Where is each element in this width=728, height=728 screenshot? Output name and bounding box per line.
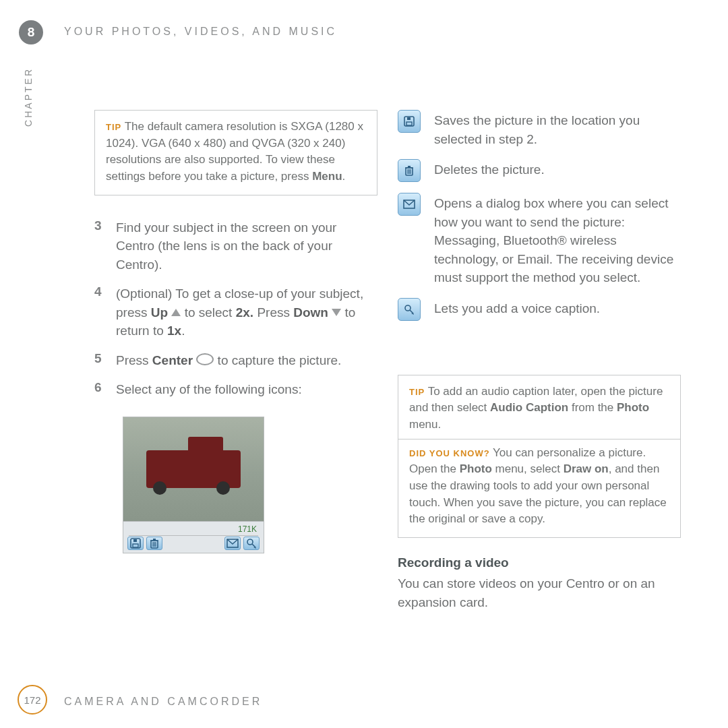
icon-desc: Opens a dialog box where you can select …	[434, 194, 681, 287]
preview-toolbar: 171K	[123, 521, 264, 553]
svg-rect-13	[406, 122, 412, 125]
svg-rect-8	[153, 539, 156, 540]
tip-box-1: TIP The default camera resolution is SXG…	[94, 110, 377, 195]
mic-icon	[243, 537, 260, 550]
preview-photo	[123, 417, 264, 521]
chapter-number-badge: 8	[19, 20, 43, 44]
page-number-badge: 172	[18, 685, 47, 715]
section-paragraph: You can store videos on your Centro or o…	[398, 574, 681, 611]
step-3: 3 Find your subject in the screen on you…	[94, 218, 377, 274]
tip-label: TIP	[409, 387, 425, 397]
icon-row-save: Saves the picture in the location you se…	[398, 110, 681, 148]
trash-icon	[146, 537, 162, 550]
truck-image	[146, 450, 241, 488]
step-5: 5 Press Center to capture the picture.	[94, 351, 377, 370]
center-button-icon	[196, 353, 214, 365]
tip2-content: TIP To add an audio caption later, open …	[409, 384, 669, 433]
step-text: Find your subject in the screen on your …	[116, 218, 377, 274]
divider	[398, 439, 680, 439]
icon-desc: Deletes the picture.	[434, 160, 545, 182]
running-footer: CAMERA AND CAMCORDER	[64, 696, 262, 708]
step-number: 6	[94, 380, 107, 399]
up-arrow-icon	[171, 309, 181, 316]
svg-rect-20	[408, 166, 411, 167]
step-number: 4	[94, 284, 107, 340]
mic-icon	[398, 298, 421, 321]
step-6: 6 Select any of the following icons:	[94, 380, 377, 399]
down-arrow-icon	[332, 309, 341, 316]
svg-rect-2	[133, 539, 137, 542]
left-column: TIP The default camera resolution is SXG…	[94, 110, 377, 553]
camera-preview-screenshot: 171K	[123, 417, 264, 553]
running-header: YOUR PHOTOS, VIDEOS, AND MUSIC	[64, 26, 337, 38]
svg-rect-1	[133, 544, 138, 547]
tip-label: TIP	[106, 122, 121, 132]
did-you-know-content: DID YOU KNOW? You can personalize a pict…	[409, 445, 669, 528]
icon-row-send: Opens a dialog box where you can select …	[398, 193, 681, 287]
icon-row-voice: Lets you add a voice caption.	[398, 298, 681, 321]
file-size-label: 171K	[238, 524, 257, 534]
icon-row-delete: Deletes the picture.	[398, 159, 681, 182]
icon-desc: Lets you add a voice caption.	[434, 299, 600, 321]
step-text: (Optional) To get a close-up of your sub…	[116, 284, 377, 340]
svg-point-22	[405, 305, 411, 311]
trash-icon	[398, 159, 421, 182]
step-text: Press Center to capture the picture.	[116, 351, 377, 370]
envelope-icon	[224, 537, 241, 550]
section-heading: Recording a video	[398, 555, 681, 570]
save-icon	[127, 537, 144, 550]
step-number: 3	[94, 218, 107, 274]
chapter-side-label: CHAPTER	[23, 67, 34, 127]
tip-box-2: TIP To add an audio caption later, open …	[398, 375, 681, 538]
svg-rect-14	[407, 117, 411, 120]
icon-desc: Saves the picture in the location you se…	[434, 111, 681, 148]
envelope-icon	[398, 193, 421, 216]
did-you-know-label: DID YOU KNOW?	[409, 448, 490, 458]
step-number: 5	[94, 351, 107, 370]
save-icon	[398, 110, 421, 133]
manual-page: 8 YOUR PHOTOS, VIDEOS, AND MUSIC CHAPTER…	[0, 0, 728, 728]
svg-point-10	[247, 539, 253, 545]
right-column: Saves the picture in the location you se…	[398, 110, 681, 611]
step-text: Select any of the following icons:	[116, 380, 377, 399]
tip-bold: Menu	[312, 170, 342, 183]
step-4: 4 (Optional) To get a close-up of your s…	[94, 284, 377, 340]
steps-list: 3 Find your subject in the screen on you…	[94, 218, 377, 399]
